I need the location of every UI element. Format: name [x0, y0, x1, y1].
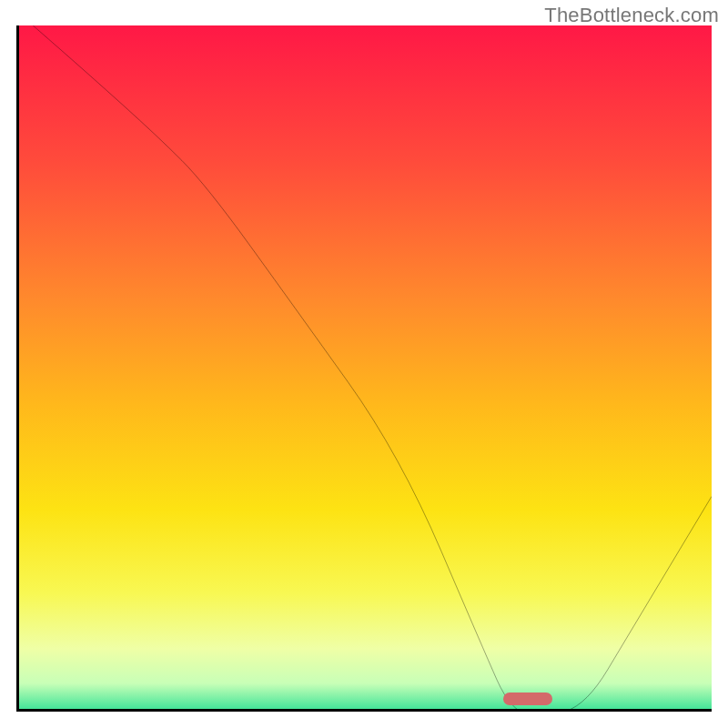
- optimal-marker: [503, 693, 552, 705]
- bottleneck-curve: [19, 25, 712, 712]
- watermark-text: TheBottleneck.com: [544, 4, 719, 27]
- chart-plot-area: [16, 25, 712, 712]
